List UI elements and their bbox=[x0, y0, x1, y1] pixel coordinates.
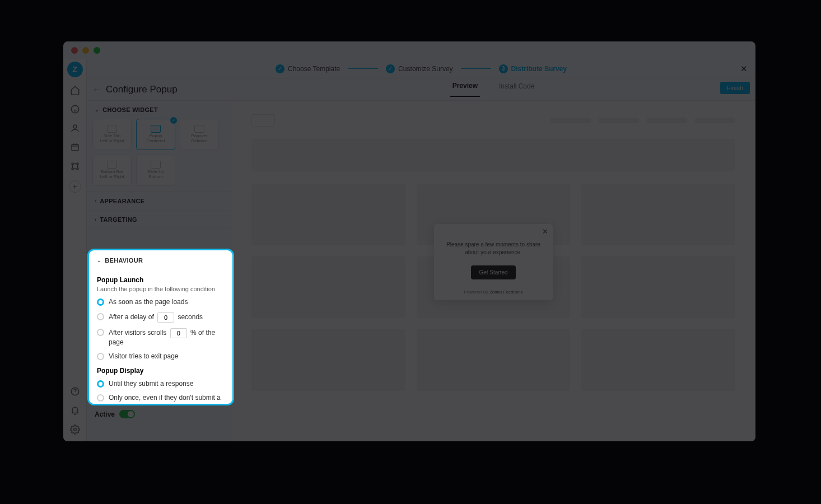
tab-preview[interactable]: Preview bbox=[450, 82, 480, 97]
step-line bbox=[461, 68, 491, 69]
svg-rect-2 bbox=[72, 144, 78, 151]
skeleton-card bbox=[581, 256, 735, 318]
powered-link[interactable]: Zonka Feedback bbox=[489, 290, 523, 295]
section-header-appearance[interactable]: ›APPEARANCE bbox=[87, 192, 231, 210]
radio-until-submit[interactable]: Until they submit a response bbox=[97, 380, 225, 389]
window-close-dot[interactable] bbox=[71, 47, 78, 54]
step-3-label: Distribute Survey bbox=[511, 65, 567, 73]
skeleton-card bbox=[251, 184, 405, 245]
step-3[interactable]: 3Distribute Survey bbox=[499, 64, 567, 73]
skeleton-nav bbox=[647, 118, 687, 123]
window-minimize-dot[interactable] bbox=[82, 47, 89, 54]
svg-point-3 bbox=[72, 163, 73, 165]
radio-dot[interactable] bbox=[97, 298, 104, 306]
radio-scroll[interactable]: After visitors scrolls % of the page bbox=[97, 328, 225, 347]
finish-button[interactable]: Finish bbox=[720, 82, 750, 94]
skeleton-card bbox=[581, 184, 735, 245]
window-zoom-dot[interactable] bbox=[94, 47, 100, 54]
chat-icon[interactable] bbox=[68, 102, 82, 116]
behaviour-highlight: ⌄BEHAVIOUR Popup Launch Launch the popup… bbox=[87, 249, 234, 405]
active-toggle-row: Active bbox=[87, 404, 231, 424]
popup-display-title: Popup Display bbox=[97, 367, 225, 375]
chevron-down-icon: ⌄ bbox=[97, 258, 101, 263]
step-2[interactable]: ✓Customize Survey bbox=[386, 64, 453, 73]
section-header-behaviour[interactable]: ⌄BEHAVIOUR bbox=[89, 250, 232, 269]
skeleton-card bbox=[417, 329, 571, 391]
page-title: Configure Popup bbox=[106, 84, 178, 95]
radio-dot[interactable] bbox=[97, 394, 104, 402]
workflow-icon[interactable] bbox=[68, 159, 82, 174]
step-2-label: Customize Survey bbox=[398, 65, 453, 73]
skeleton-logo bbox=[251, 114, 275, 127]
radio-delay[interactable]: After a delay of seconds bbox=[97, 312, 225, 323]
active-toggle[interactable] bbox=[119, 410, 135, 418]
popup-text: Please spare a few moments to share abou… bbox=[442, 241, 545, 256]
widget-grid: Side TabLeft or Right ✓PopupCentered Pop… bbox=[87, 119, 231, 192]
radio-only-once[interactable]: Only once, even if they don't submit a r… bbox=[97, 394, 225, 405]
skeleton-card bbox=[251, 256, 405, 318]
active-label: Active bbox=[95, 410, 115, 418]
config-header: ← Configure Popup bbox=[87, 78, 231, 101]
popup-close-icon[interactable]: ✕ bbox=[542, 227, 548, 236]
skeleton-card bbox=[581, 329, 735, 391]
radio-exit[interactable]: Visitor tries to exit page bbox=[97, 352, 225, 361]
step-line bbox=[348, 68, 378, 69]
popup-launch-title: Popup Launch bbox=[97, 276, 225, 284]
popup-launch-subtitle: Launch the popup in the following condit… bbox=[97, 286, 225, 292]
home-icon[interactable] bbox=[68, 83, 82, 97]
radio-dot[interactable] bbox=[97, 380, 104, 388]
svg-point-0 bbox=[71, 105, 79, 113]
radio-dot[interactable] bbox=[97, 313, 104, 320]
skeleton-nav bbox=[551, 118, 591, 123]
skeleton-card bbox=[251, 329, 405, 391]
left-rail: Z + bbox=[63, 59, 87, 441]
skeleton-hero bbox=[251, 139, 735, 171]
svg-point-8 bbox=[73, 428, 76, 431]
section-header-choose-widget[interactable]: ⌄CHOOSE WIDGET bbox=[87, 101, 231, 119]
section-targeting: ›TARGETING bbox=[87, 211, 231, 229]
delay-input[interactable] bbox=[157, 312, 174, 323]
popup-footer: Powered By Zonka Feedback bbox=[442, 290, 545, 295]
widget-bottom-bar[interactable]: Bottom BarLeft or Right bbox=[92, 155, 132, 186]
chevron-right-icon: › bbox=[95, 198, 96, 204]
skeleton-nav bbox=[695, 118, 735, 123]
svg-point-5 bbox=[72, 168, 73, 170]
scroll-input[interactable] bbox=[170, 328, 187, 338]
widget-slide-up[interactable]: Slide UpBottom bbox=[136, 155, 175, 186]
widget-popup-centered[interactable]: ✓PopupCentered bbox=[136, 119, 175, 150]
preview-pane: Preview Install Code Finish bbox=[231, 78, 755, 441]
step-1-label: Choose Template bbox=[288, 65, 340, 73]
section-appearance: ›APPEARANCE bbox=[87, 192, 231, 211]
svg-point-1 bbox=[73, 125, 77, 128]
popup-cta-button[interactable]: Get Started bbox=[471, 265, 515, 279]
chevron-right-icon: › bbox=[95, 217, 96, 222]
radio-dot[interactable] bbox=[97, 353, 104, 360]
settings-icon[interactable] bbox=[68, 422, 82, 437]
popup-preview: ✕ Please spare a few moments to share ab… bbox=[434, 224, 553, 300]
widget-side-tab[interactable]: Side TabLeft or Right bbox=[92, 119, 132, 150]
add-button[interactable]: + bbox=[69, 180, 81, 193]
section-header-targeting[interactable]: ›TARGETING bbox=[87, 211, 231, 228]
stepper-bar: ✓Choose Template ✓Customize Survey 3Dist… bbox=[87, 59, 755, 78]
radio-page-load[interactable]: As soon as the page loads bbox=[97, 298, 225, 307]
step-1[interactable]: ✓Choose Template bbox=[276, 64, 340, 73]
back-arrow-icon[interactable]: ← bbox=[92, 85, 101, 95]
app-logo: Z bbox=[67, 62, 83, 77]
inbox-icon[interactable] bbox=[68, 140, 82, 155]
chevron-down-icon: ⌄ bbox=[95, 107, 99, 113]
widget-popover[interactable]: PopoverRelative bbox=[180, 119, 219, 150]
titlebar bbox=[63, 41, 755, 59]
close-icon[interactable]: ✕ bbox=[740, 64, 748, 74]
section-choose-widget: ⌄CHOOSE WIDGET Side TabLeft or Right ✓Po… bbox=[87, 101, 231, 192]
svg-point-6 bbox=[77, 168, 78, 170]
svg-point-4 bbox=[77, 163, 78, 165]
radio-dot[interactable] bbox=[97, 329, 104, 336]
bell-icon[interactable] bbox=[68, 403, 82, 418]
tab-install-code[interactable]: Install Code bbox=[497, 82, 537, 96]
help-icon[interactable] bbox=[68, 384, 82, 399]
skeleton-nav bbox=[599, 118, 639, 123]
user-icon[interactable] bbox=[68, 121, 82, 136]
